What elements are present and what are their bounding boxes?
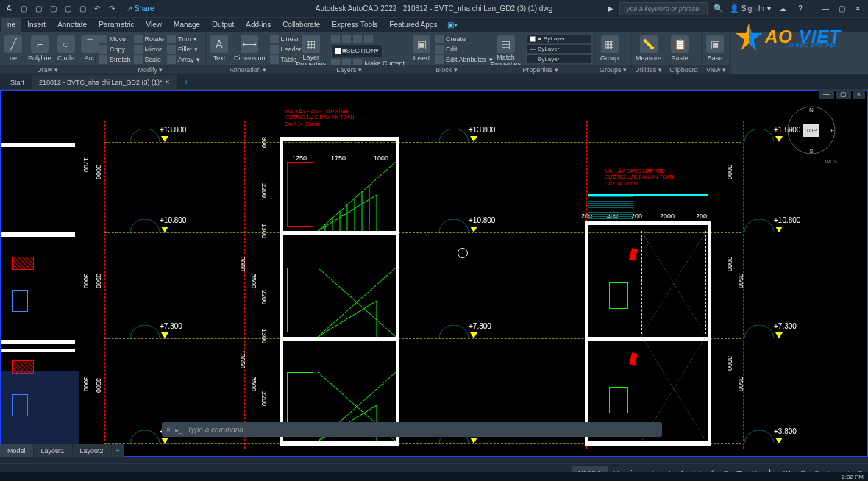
- mirror-button[interactable]: Mirror: [134, 44, 165, 54]
- tab-parametric[interactable]: Parametric: [93, 18, 140, 32]
- xchange-icon[interactable]: ☁: [777, 3, 789, 15]
- edit-block-button[interactable]: Edit: [435, 44, 493, 54]
- panel-draw-title[interactable]: Draw ▾: [0, 65, 95, 74]
- help-search-input[interactable]: Type a keyword or phrase: [619, 2, 708, 15]
- panel-layers-title[interactable]: Layers ▾: [291, 65, 408, 74]
- viewport-close-icon[interactable]: ×: [853, 90, 865, 99]
- app-menu-icon[interactable]: A: [3, 3, 15, 15]
- tab-annotate[interactable]: Annotate: [51, 18, 93, 32]
- cmd-close-icon[interactable]: ×: [166, 426, 171, 434]
- panel-groups-title[interactable]: Groups ▾: [596, 65, 630, 74]
- dimension-text: 3500: [250, 377, 257, 391]
- stretch-button[interactable]: Stretch: [99, 54, 131, 64]
- tab-output[interactable]: Output: [206, 18, 240, 32]
- layer-dropdown[interactable]: ■ SECTION ▾: [331, 44, 383, 57]
- copy-button[interactable]: Copy: [99, 44, 131, 54]
- view-cube[interactable]: N S E W TOP WCS: [786, 104, 837, 156]
- saveas-icon[interactable]: ▢: [62, 3, 74, 15]
- quick-access-toolbar: A ▢ ▢ ▢ ▢ ▢ ↶ ↷ ↗ Share: [3, 3, 154, 15]
- line-button[interactable]: ╱ne: [3, 34, 24, 63]
- insert-button[interactable]: ▣Insert: [411, 34, 432, 63]
- plot-icon[interactable]: ▢: [77, 3, 88, 15]
- tab-insert[interactable]: Insert: [21, 18, 51, 32]
- linetype-dropdown[interactable]: — ByLayer: [526, 54, 592, 64]
- paste-button[interactable]: 📋Paste: [669, 34, 690, 63]
- panel-properties-title[interactable]: Properties ▾: [485, 65, 595, 74]
- move-button[interactable]: Move: [99, 34, 131, 43]
- add-layout-button[interactable]: +: [112, 444, 124, 457]
- dimension-text: 3500: [95, 378, 102, 393]
- drawing-area-wrap: — ▢ × N S E W TOP WCS +13.800+13.800+13.…: [0, 90, 868, 457]
- maximize-button[interactable]: ▢: [834, 3, 849, 15]
- circle-button[interactable]: ○Circle: [56, 34, 77, 63]
- close-button[interactable]: ✕: [850, 3, 865, 15]
- dimension-text: 3000: [82, 377, 90, 391]
- layer-icon-1[interactable]: [331, 35, 340, 43]
- match-properties-button[interactable]: ▤Match Properties: [488, 34, 523, 69]
- panel-annotation-title[interactable]: Annotation ▾: [206, 65, 290, 74]
- layout1-tab[interactable]: Layout1: [34, 444, 73, 457]
- selection-overlay: [1, 371, 79, 452]
- trim-button[interactable]: Trim ▾: [167, 34, 200, 43]
- command-line[interactable]: × ▸_ Type a command: [162, 422, 662, 437]
- base-button[interactable]: ▣Base: [705, 34, 725, 63]
- layer-icon-2[interactable]: [342, 35, 351, 43]
- drawing-canvas[interactable]: N S E W TOP WCS +13.800+13.800+13.800+10…: [0, 90, 868, 457]
- windows-taskbar: 2:02 PM: [0, 472, 868, 481]
- viewport-max-icon[interactable]: ▢: [836, 90, 851, 99]
- viewport-min-icon[interactable]: —: [819, 90, 834, 99]
- color-dropdown[interactable]: ■ ByLayer: [526, 34, 592, 43]
- wcs-label[interactable]: WCS: [786, 159, 837, 164]
- model-tab[interactable]: Model: [0, 444, 34, 457]
- tab-manage[interactable]: Manage: [168, 18, 206, 32]
- level-mark: +3.800: [774, 427, 797, 435]
- rotate-icon: [134, 35, 143, 43]
- rotate-button[interactable]: Rotate: [134, 34, 165, 43]
- new-tab-button[interactable]: +: [177, 75, 195, 89]
- undo-icon[interactable]: ↶: [91, 3, 103, 15]
- panel-modify-title[interactable]: Modify ▾: [96, 65, 205, 74]
- panel-block-title[interactable]: Block ▾: [408, 65, 485, 74]
- save-icon[interactable]: ▢: [47, 3, 59, 15]
- start-tab[interactable]: Start: [3, 75, 32, 89]
- tab-expand-icon[interactable]: ▣▾: [447, 21, 458, 29]
- new-icon[interactable]: ▢: [18, 3, 29, 15]
- measure-button[interactable]: 📏Measure: [634, 34, 663, 63]
- create-block-button[interactable]: Create: [435, 34, 493, 43]
- panel-clipboard-title[interactable]: Clipboard: [666, 65, 701, 74]
- document-tab[interactable]: 210812 - BVTC_nha chi Lan_GD2 (3) (1)*×: [32, 75, 177, 89]
- fillet-button[interactable]: Fillet ▾: [167, 44, 200, 54]
- layer-icon-4[interactable]: [364, 35, 373, 43]
- dimension-button[interactable]: ⟷Dimension: [232, 34, 267, 63]
- viewcube-w: W: [787, 127, 793, 134]
- redo-icon[interactable]: ↷: [106, 3, 118, 15]
- polyline-button[interactable]: ⌐Polyline: [26, 34, 53, 63]
- open-icon[interactable]: ▢: [32, 3, 44, 15]
- scale-button[interactable]: Scale: [134, 54, 165, 64]
- tab-express[interactable]: Express Tools: [326, 18, 383, 32]
- scale-icon: [134, 55, 143, 64]
- tab-home[interactable]: ne: [1, 18, 21, 32]
- tab-featured[interactable]: Featured Apps: [383, 18, 443, 32]
- layer-properties-button[interactable]: ▦Layer Properties: [294, 34, 328, 69]
- tab-addins[interactable]: Add-ins: [240, 18, 277, 32]
- layer-icon-3[interactable]: [353, 35, 362, 43]
- close-tab-icon[interactable]: ×: [166, 78, 170, 86]
- panel-utilities-title[interactable]: Utilities ▾: [631, 65, 666, 74]
- array-button[interactable]: Array ▾: [167, 54, 200, 64]
- text-button[interactable]: AText: [209, 34, 230, 63]
- level-mark: +10.800: [469, 216, 495, 224]
- minimize-button[interactable]: —: [818, 3, 833, 15]
- layout2-tab[interactable]: Layout2: [73, 444, 112, 457]
- lineweight-dropdown[interactable]: — ByLayer: [526, 44, 592, 54]
- group-button[interactable]: ▦Group: [599, 34, 620, 63]
- dimension-text: 3500: [250, 274, 257, 288]
- title-bar: A ▢ ▢ ▢ ▢ ▢ ↶ ↷ ↗ Share Autodesk AutoCAD…: [0, 0, 868, 18]
- panel-view-title[interactable]: View ▾: [702, 65, 730, 74]
- edit-attr-button[interactable]: Edit Attributes ▾: [435, 54, 493, 64]
- tab-collaborate[interactable]: Collaborate: [277, 18, 326, 32]
- tab-view[interactable]: View: [140, 18, 168, 32]
- share-button[interactable]: ↗ Share: [127, 4, 154, 13]
- help-icon[interactable]: ?: [794, 3, 806, 15]
- signin-button[interactable]: 👤 Sign In ▾: [730, 4, 771, 13]
